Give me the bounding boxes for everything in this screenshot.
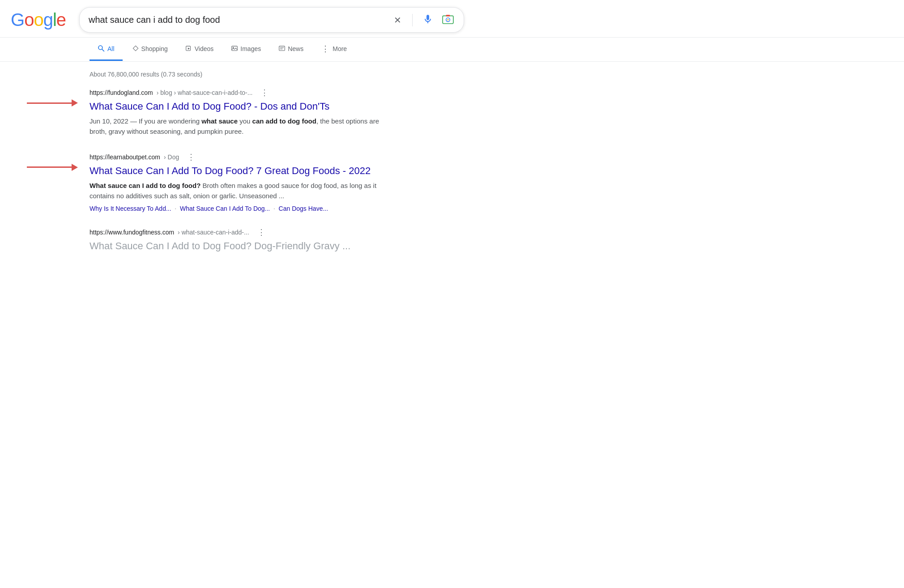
search-result: https://learnaboutpet.com › Dog ⋮ What S… <box>90 151 385 212</box>
tab-videos[interactable]: Videos <box>178 39 222 60</box>
arrow-head <box>72 99 78 107</box>
result-url: https://learnaboutpet.com <box>90 153 160 161</box>
result-title-link[interactable]: What Sauce Can I Add To Dog Food? 7 Grea… <box>90 165 385 178</box>
all-icon <box>98 45 105 53</box>
news-icon <box>279 45 285 53</box>
search-bar: ✕ <box>79 7 464 33</box>
nav-tabs: All Shopping Videos Images <box>0 38 904 62</box>
search-result: https://www.fundogfitness.com › what-sau… <box>90 226 385 253</box>
tab-all[interactable]: All <box>90 38 123 61</box>
camera-icon <box>442 13 454 26</box>
tab-shopping-label: Shopping <box>141 45 168 52</box>
snippet-date: Jun 10, 2022 <box>90 117 128 125</box>
result-sublinks: Why Is It Necessary To Add... · What Sau… <box>90 205 385 212</box>
result-url-row: https://fundogland.com › blog › what-sau… <box>90 87 385 98</box>
svg-marker-7 <box>188 47 190 49</box>
videos-icon <box>186 45 192 53</box>
result-menu-button[interactable]: ⋮ <box>184 151 198 163</box>
result-snippet: What sauce can I add to dog food? Broth … <box>90 180 385 201</box>
images-icon <box>231 45 238 53</box>
result-url-row: https://www.fundogfitness.com › what-sau… <box>90 226 385 238</box>
tab-more-label: More <box>333 45 347 52</box>
result-title-link-faded[interactable]: What Sauce Can I Add to Dog Food? Dog-Fr… <box>90 240 385 253</box>
tab-shopping[interactable]: Shopping <box>124 39 176 60</box>
sublink-sep: · <box>175 205 176 212</box>
arrow-line <box>27 166 72 168</box>
sublink-2[interactable]: What Sauce Can I Add To Dog... <box>180 205 270 212</box>
tab-all-label: All <box>107 45 115 52</box>
search-result: https://fundogland.com › blog › what-sau… <box>90 87 385 137</box>
search-input[interactable] <box>89 15 386 25</box>
search-bar-icons: ✕ <box>391 12 455 28</box>
snippet-bold2: can add to dog food <box>252 117 316 125</box>
result-url: https://fundogland.com <box>90 89 153 96</box>
logo-letter-e: e <box>56 10 66 30</box>
result-breadcrumb: › what-sauce-can-i-add-... <box>178 229 249 236</box>
snippet-bold1: What sauce can I add to dog food? <box>90 182 200 189</box>
clear-icon: ✕ <box>394 15 401 25</box>
logo-letter-o1: o <box>24 10 34 30</box>
svg-line-5 <box>102 49 104 51</box>
result-url: https://www.fundogfitness.com <box>90 229 174 236</box>
results-area: About 76,800,000 results (0.73 seconds) … <box>0 62 385 276</box>
result-menu-button[interactable]: ⋮ <box>255 226 269 238</box>
shopping-icon <box>132 45 139 53</box>
divider <box>412 14 413 26</box>
arrow-annotation-1 <box>27 99 78 107</box>
snippet-text: — If you are wondering <box>128 117 201 125</box>
tab-images-label: Images <box>240 45 261 52</box>
svg-point-3 <box>447 19 448 20</box>
result-menu-button[interactable]: ⋮ <box>258 87 272 98</box>
arrow-head <box>72 164 78 171</box>
sublink-1[interactable]: Why Is It Necessary To Add... <box>90 205 171 212</box>
result-snippet: Jun 10, 2022 — If you are wondering what… <box>90 116 385 137</box>
snippet-mid1: you <box>238 117 252 125</box>
header: G o o g l e ✕ <box>0 0 904 38</box>
result-url-row: https://learnaboutpet.com › Dog ⋮ <box>90 151 385 163</box>
tab-more[interactable]: ⋮ More <box>313 38 355 61</box>
logo-letter-g2: g <box>43 10 53 30</box>
result-breadcrumb: › blog › what-sauce-can-i-add-to-... <box>157 89 253 96</box>
result-title-link[interactable]: What Sauce Can I Add to Dog Food? - Dos … <box>90 100 385 113</box>
sublink-sep: · <box>273 205 275 212</box>
tab-images[interactable]: Images <box>223 39 269 60</box>
clear-button[interactable]: ✕ <box>391 14 404 26</box>
logo-letter-l: l <box>53 10 56 30</box>
logo-letter-o2: o <box>34 10 43 30</box>
tab-news[interactable]: News <box>271 39 311 60</box>
svg-rect-10 <box>279 46 285 51</box>
snippet-bold1: what sauce <box>201 117 238 125</box>
result-breadcrumb: › Dog <box>164 153 179 161</box>
svg-rect-2 <box>446 15 450 16</box>
more-icon: ⋮ <box>321 44 330 54</box>
tab-videos-label: Videos <box>195 45 214 52</box>
logo-letter-g: G <box>11 10 24 30</box>
svg-rect-8 <box>232 46 238 51</box>
google-logo[interactable]: G o o g l e <box>11 10 66 30</box>
results-count: About 76,800,000 results (0.73 seconds) <box>90 71 385 78</box>
voice-search-button[interactable] <box>421 12 435 28</box>
mic-icon <box>422 14 433 26</box>
tab-news-label: News <box>288 45 303 52</box>
arrow-annotation-2 <box>27 164 78 171</box>
image-search-button[interactable] <box>441 13 455 27</box>
sublink-3[interactable]: Can Dogs Have... <box>279 205 328 212</box>
arrow-line <box>27 102 72 104</box>
